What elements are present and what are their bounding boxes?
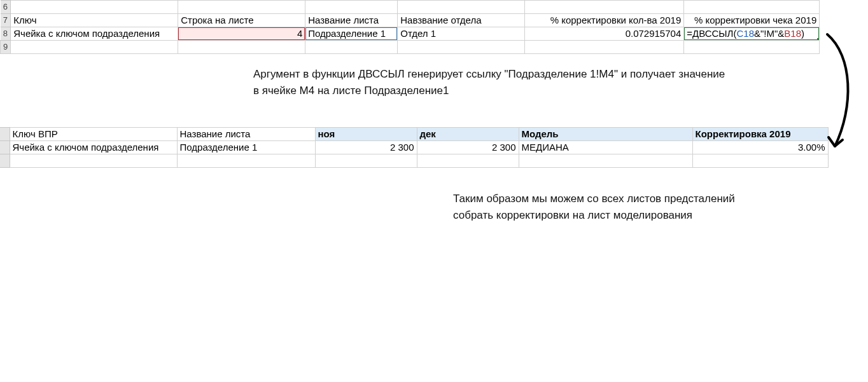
header-nov[interactable]: ноя bbox=[315, 128, 417, 141]
header-vpr-key[interactable]: Ключ ВПР bbox=[10, 128, 177, 141]
spreadsheet-table-1[interactable]: 6 7 Ключ Строка на листе Название листа … bbox=[0, 0, 820, 54]
row-header[interactable] bbox=[0, 154, 10, 168]
cell[interactable] bbox=[398, 41, 525, 54]
row-header[interactable] bbox=[0, 141, 10, 154]
header-dept-name[interactable]: Навзвание отдела bbox=[398, 14, 525, 27]
header-sheet-name[interactable]: Название листа bbox=[305, 14, 398, 27]
header-model[interactable]: Модель bbox=[519, 128, 692, 141]
cell-dec[interactable]: 2 300 bbox=[417, 141, 519, 154]
header-key[interactable]: Ключ bbox=[11, 14, 178, 27]
cell[interactable] bbox=[315, 154, 417, 168]
cell[interactable] bbox=[11, 1, 178, 14]
cell[interactable] bbox=[692, 154, 828, 168]
annotation-text-2: Таким образом мы можем со всех листов пр… bbox=[453, 191, 809, 223]
cell-model[interactable]: МЕДИАНА bbox=[519, 141, 692, 154]
row-header-7[interactable]: 7 bbox=[1, 14, 11, 27]
header-sheet-name[interactable]: Название листа bbox=[177, 128, 315, 141]
header-pct-check[interactable]: % корректировки чека 2019 bbox=[684, 14, 820, 27]
cell[interactable] bbox=[519, 154, 692, 168]
cell-sheet-name[interactable]: Подразделение 1 bbox=[305, 27, 398, 41]
header-correction[interactable]: Корректировка 2019 bbox=[692, 128, 828, 141]
cell-sheet-name[interactable]: Подразделение 1 bbox=[177, 141, 315, 154]
row-header-8[interactable]: 8 bbox=[1, 27, 11, 41]
fill-handle[interactable] bbox=[817, 38, 820, 41]
cell-formula-active[interactable]: =ДВССЫЛ(C18&"!M"&B18) bbox=[684, 27, 820, 41]
row-header-9[interactable]: 9 bbox=[1, 41, 11, 54]
row-header-6[interactable]: 6 bbox=[1, 1, 11, 14]
cell[interactable] bbox=[398, 1, 525, 14]
row-header[interactable] bbox=[0, 128, 10, 141]
cell[interactable] bbox=[178, 41, 305, 54]
cell-dept-name[interactable]: Отдел 1 bbox=[398, 27, 525, 41]
cell[interactable] bbox=[684, 41, 820, 54]
header-pct-qty[interactable]: % корректировки кол-ва 2019 bbox=[525, 14, 684, 27]
annotation-text-1: Аргумент в функции ДВССЫЛ генерирует ссы… bbox=[253, 66, 737, 99]
cell[interactable] bbox=[417, 154, 519, 168]
cell[interactable] bbox=[305, 41, 398, 54]
cell[interactable] bbox=[525, 1, 684, 14]
cell-nov[interactable]: 2 300 bbox=[315, 141, 417, 154]
cell[interactable] bbox=[177, 154, 315, 168]
cell-pct-qty[interactable]: 0.072915704 bbox=[525, 27, 684, 41]
cell[interactable] bbox=[10, 154, 177, 168]
cell[interactable] bbox=[525, 41, 684, 54]
cell[interactable] bbox=[11, 41, 178, 54]
cell-key[interactable]: Ячейка с ключом подразделения bbox=[11, 27, 178, 41]
spreadsheet-table-2[interactable]: Ключ ВПР Название листа ноя дек Модель К… bbox=[0, 127, 829, 168]
cell-correction[interactable]: 3.00% bbox=[692, 141, 828, 154]
header-dec[interactable]: дек bbox=[417, 128, 519, 141]
cell-row-on-sheet[interactable]: 4 bbox=[178, 27, 305, 41]
cell[interactable] bbox=[178, 1, 305, 14]
cell-vpr-key[interactable]: Ячейка с ключом подразделения bbox=[10, 141, 177, 154]
cell[interactable] bbox=[305, 1, 398, 14]
formula-text: =ДВССЫЛ(C18&"!M"&B18) bbox=[687, 28, 804, 39]
cell[interactable] bbox=[684, 1, 820, 14]
header-row-on-sheet[interactable]: Строка на листе bbox=[178, 14, 305, 27]
